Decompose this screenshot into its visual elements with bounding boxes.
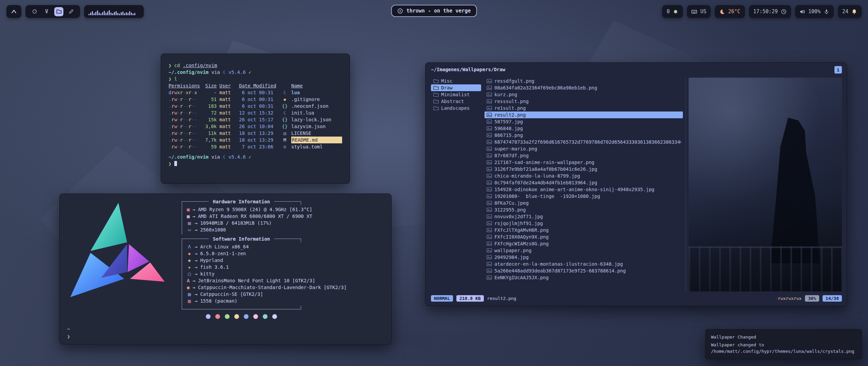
sidebar-dir-landscapes[interactable]: Landscapes bbox=[431, 105, 481, 111]
sidebar-dir-minimalist[interactable]: Minimalist bbox=[431, 91, 481, 98]
file-item[interactable]: 3122955.png bbox=[485, 206, 683, 213]
image-file-icon bbox=[487, 201, 492, 205]
image-file-icon bbox=[487, 85, 492, 90]
shell-icon: ★ bbox=[187, 264, 192, 270]
workspace-4-button[interactable] bbox=[66, 7, 76, 16]
file-item[interactable]: 3126f7e9bbf21a8a4af0b67b041c6e26.jpg bbox=[485, 166, 683, 172]
lua-icon: ☾ bbox=[223, 154, 225, 160]
arrow-icon: → bbox=[195, 257, 197, 264]
prompt-icon: ❯ bbox=[169, 161, 171, 166]
file-item[interactable]: 217167-sad-anime-rain-wallpaper.png bbox=[485, 159, 683, 166]
file-icon: ▤ bbox=[281, 130, 289, 137]
folder-icon bbox=[433, 106, 439, 110]
terminal-input-line[interactable]: ❯ bbox=[169, 160, 342, 167]
prompt-icon[interactable]: ❯ bbox=[67, 334, 70, 339]
file-item[interactable]: 68747470733a2f2f696d616765732d7769786d70… bbox=[485, 139, 683, 145]
keyboard-layout-module[interactable]: US bbox=[687, 5, 711, 18]
sidebar-dir-draw[interactable]: Draw bbox=[431, 84, 481, 91]
terminal-window[interactable]: ❯ cd .config/nvim ~/.config/nvim via ☾ v… bbox=[161, 54, 350, 184]
day-value: 24 bbox=[842, 8, 848, 15]
fetch-info: Hardware Information ▣→AMD Ryzen 9 5900X… bbox=[182, 201, 301, 319]
file-item[interactable]: atardecer-en-la-montanas-ilustracion-634… bbox=[485, 261, 683, 267]
file-item[interactable]: 154928-odinokoe_anime-art-anime-okno-sin… bbox=[485, 186, 683, 193]
file-item[interactable]: re1sult.png bbox=[485, 105, 683, 111]
file-item[interactable]: wallpaper.png bbox=[485, 247, 683, 254]
file-item[interactable]: 8FKa7Cu.jpeg bbox=[485, 200, 683, 206]
fetch-row-wm: ◈→Hyprland bbox=[187, 257, 301, 264]
workspace-3-button[interactable] bbox=[54, 7, 63, 16]
image-file-icon bbox=[487, 241, 492, 246]
keyboard-layout-value: US bbox=[700, 8, 706, 15]
file-item[interactable]: 19201080-__blue-tinge__-1920×1080.jpg bbox=[485, 193, 683, 200]
file-item[interactable]: result2.png bbox=[485, 111, 683, 118]
terminal-file-row: .rw-r--r--7,7kmatt18 oct 13:29MREADME.md bbox=[169, 137, 342, 143]
file-item[interactable]: 08a634fa02a32364f69ebc86a98eb1eb.png bbox=[485, 84, 683, 91]
file-item[interactable]: FXfcII0X0AQyn9X.png bbox=[485, 233, 683, 240]
image-file-icon bbox=[487, 194, 492, 199]
clock-module[interactable]: 17:50:29 bbox=[749, 5, 791, 18]
workspace-1-button[interactable] bbox=[30, 7, 39, 16]
terminal-command-line: ❯ l bbox=[169, 76, 342, 82]
kernel-icon: ◆ bbox=[187, 250, 192, 257]
braces-icon: {} bbox=[281, 103, 289, 109]
notifications-module[interactable]: 24 bbox=[838, 5, 862, 18]
file-item[interactable]: 20492984.jpg bbox=[485, 254, 683, 261]
terminal-icon: ▢ bbox=[187, 270, 192, 277]
file-item[interactable]: 0c794faf07de24a4db4d4fb1eb813964.jpg bbox=[485, 179, 683, 186]
file-item[interactable]: chica-mirando-la-luna-8799.jpg bbox=[485, 172, 683, 179]
notification-toast[interactable]: Wallpaper Changed Wallpaper changed to /… bbox=[705, 329, 862, 359]
file-item[interactable]: rsjqojlmjhf91.jpg bbox=[485, 220, 683, 227]
distro-logo bbox=[66, 199, 167, 302]
sidebar-dir-misc[interactable]: Misc bbox=[431, 78, 481, 84]
scroll-percent-badge: 36% bbox=[805, 295, 819, 302]
file-manager-window[interactable]: ~/Imagenes/Wallpapers/Draw 1 MiscDrawMin… bbox=[425, 62, 847, 306]
theme-icon: ◉ bbox=[187, 284, 190, 291]
file-item[interactable]: EeNKYgIUcAAJ5JX.png bbox=[485, 274, 683, 281]
file-item[interactable]: nnvuv0xj2df71.jpg bbox=[485, 213, 683, 220]
file-item[interactable]: FXfcHgcWIAMzs0G.png bbox=[485, 240, 683, 247]
file-item[interactable]: ressdfgult.png bbox=[485, 78, 683, 84]
file-item[interactable]: super-mario.png bbox=[485, 145, 683, 152]
image-file-icon bbox=[487, 268, 492, 273]
image-file-icon bbox=[487, 275, 492, 280]
palette-dot bbox=[215, 314, 220, 319]
file-item[interactable]: 587597.jpg bbox=[485, 118, 683, 125]
workspace-2-button[interactable]: V bbox=[42, 7, 51, 16]
file-item[interactable]: 5a266e448add93deab367d87173e9f25-6837886… bbox=[485, 267, 683, 274]
arrow-icon: → bbox=[192, 213, 195, 220]
fetch-terminal-window[interactable]: Hardware Information ▣→AMD Ryzen 9 5900X… bbox=[59, 194, 392, 344]
terminal-file-row: .rw-r--r--183matt 6 oct 00:31{}.neoconf.… bbox=[169, 103, 342, 109]
folder-icon bbox=[433, 85, 439, 90]
breadcrumb-path: ~/Imagenes/Wallpapers/Draw bbox=[431, 67, 505, 72]
updates-module[interactable]: 0 bbox=[662, 5, 683, 18]
volume-module[interactable]: 100% bbox=[795, 5, 834, 18]
palette-dot bbox=[244, 314, 249, 319]
terminal-listing-header: PermissionsSizeUserDate ModifiedName bbox=[169, 82, 342, 89]
clock-value: 17:50:29 bbox=[753, 8, 778, 15]
folder-icon bbox=[433, 99, 439, 104]
icons-icon: ▧ bbox=[187, 291, 192, 298]
file-item[interactable]: 87r687df.png bbox=[485, 152, 683, 159]
weather-module[interactable]: 26°C bbox=[715, 5, 745, 18]
image-file-icon bbox=[487, 160, 492, 165]
fetch-row-memory: ▤→10948MiB / 64183MiB (17%) bbox=[187, 220, 301, 226]
prompt-icon: ❯ bbox=[169, 63, 171, 68]
file-item[interactable]: 866715.png bbox=[485, 132, 683, 139]
image-file-icon bbox=[487, 255, 492, 260]
moon-icon bbox=[719, 9, 725, 15]
sidebar-dir-abstract[interactable]: Abstract bbox=[431, 98, 481, 105]
launcher-button[interactable] bbox=[6, 5, 21, 18]
braces-icon: {} bbox=[281, 123, 289, 130]
image-file-icon bbox=[487, 174, 492, 178]
file-item[interactable]: FXfcJlTXgAMvH6R.png bbox=[485, 227, 683, 233]
file-manager-body: MiscDrawMinimalistAbstractLandscapes res… bbox=[431, 78, 842, 291]
selected-filename: result2.png bbox=[487, 296, 516, 301]
now-playing-widget[interactable]: thrown - on the verge bbox=[391, 5, 477, 17]
file-item[interactable]: 596848.jpg bbox=[485, 125, 683, 132]
notification-body: Wallpaper changed to /home/matt/.config/… bbox=[711, 342, 856, 354]
panel-divider bbox=[686, 78, 686, 291]
file-item[interactable]: kurz.png bbox=[485, 91, 683, 98]
file-item[interactable]: resssult.png bbox=[485, 98, 683, 105]
palette-dot bbox=[272, 314, 277, 319]
check-icon: ✓ bbox=[249, 69, 251, 75]
